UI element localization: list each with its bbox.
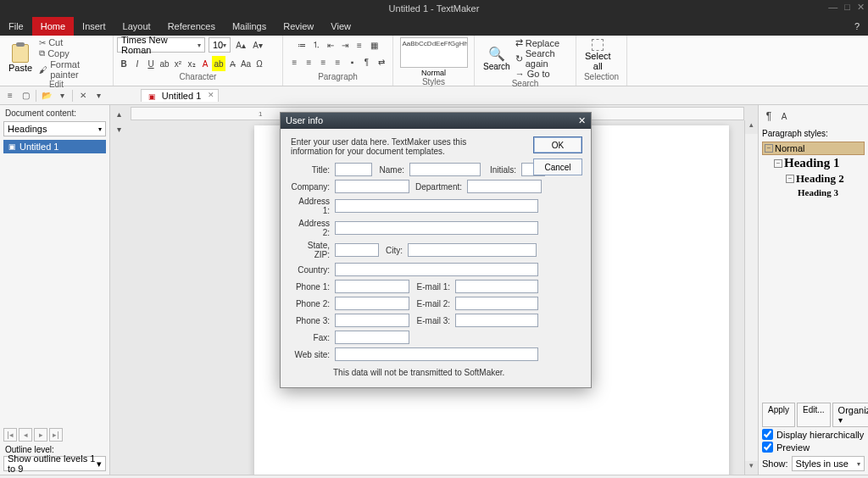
tab-insert[interactable]: Insert: [74, 17, 114, 36]
styles-label: Paragraph styles:: [762, 129, 865, 138]
chevron-down-icon[interactable]: ▾: [92, 89, 105, 103]
tab-home[interactable]: Home: [32, 17, 74, 36]
style-heading-3[interactable]: Heading 3: [762, 186, 865, 198]
goto-button[interactable]: →Go to: [515, 69, 572, 79]
close-tab-button[interactable]: ✕: [208, 91, 214, 99]
show-styles-select[interactable]: Styles in use▾: [792, 456, 865, 471]
vertical-scrollbar[interactable]: ▴▾: [744, 120, 758, 475]
align-right-button[interactable]: ≡: [317, 54, 331, 69]
cut-button[interactable]: ✂Cut: [39, 37, 109, 47]
maximize-icon[interactable]: □: [844, 2, 850, 13]
select-all-button[interactable]: Select all: [580, 39, 616, 71]
para-marks-button[interactable]: ¶: [360, 54, 374, 69]
justify-button[interactable]: ≡: [331, 54, 345, 69]
group-label-edit: Edit: [3, 80, 109, 89]
select-icon: [592, 39, 604, 51]
line-spacing-button[interactable]: ≡: [353, 37, 366, 53]
horizontal-ruler[interactable]: 1234567: [131, 107, 744, 120]
preview-check[interactable]: Preview: [762, 442, 865, 453]
group-label-character: Character: [117, 72, 279, 84]
new-doc-button[interactable]: ≡: [3, 89, 17, 103]
statusbar: Section 1 Chapter 1 Page 1 of 1 English …: [0, 475, 868, 478]
outline-level-select[interactable]: Show outline levels 1 to 9▾: [3, 456, 106, 471]
super-button[interactable]: x²: [171, 56, 185, 71]
page[interactable]: [254, 125, 729, 475]
chevron-down-icon: ▾: [857, 460, 860, 468]
open-button[interactable]: 📂: [40, 89, 53, 103]
tab-file[interactable]: File: [0, 17, 32, 36]
sub-button[interactable]: x₂: [185, 56, 198, 71]
dec-indent-button[interactable]: ⇤: [324, 37, 337, 53]
new-button[interactable]: ▢: [19, 89, 32, 103]
format-painter-button[interactable]: 🖌Format painter: [39, 59, 109, 80]
apply-button[interactable]: Apply: [762, 403, 795, 427]
underline-button[interactable]: U: [144, 56, 158, 71]
paste-button[interactable]: Paste: [3, 44, 37, 73]
style-heading-1[interactable]: −Heading 1: [762, 155, 865, 171]
tab-references[interactable]: References: [159, 17, 224, 36]
highlight-button[interactable]: ab: [212, 56, 225, 71]
display-hierarchically-check[interactable]: Display hierarchically: [762, 429, 865, 440]
font-size-combo[interactable]: 10▾: [209, 37, 231, 53]
nav-down-button[interactable]: ▾: [112, 122, 125, 136]
chevron-down-icon[interactable]: ▾: [55, 89, 69, 103]
nav-first-button[interactable]: |◂: [3, 428, 17, 442]
numbering-button[interactable]: ⒈: [309, 37, 323, 53]
minimize-icon[interactable]: —: [828, 2, 837, 13]
document-tab[interactable]: ▣ Untitled 1 ✕: [141, 89, 219, 102]
titlebar: Untitled 1 - TextMaker — □ ✕: [0, 0, 868, 17]
paintbrush-icon: 🖌: [39, 65, 47, 75]
document-content-label: Document content:: [0, 105, 109, 121]
clear-format-button[interactable]: A̶: [225, 56, 239, 71]
close-doc-button[interactable]: ✕: [76, 89, 90, 103]
clipboard-icon: [12, 44, 29, 63]
search-again-button[interactable]: ↻Search again: [515, 48, 572, 69]
replace-button[interactable]: ⇄Replace: [515, 37, 572, 48]
bullets-button[interactable]: ≔: [295, 37, 309, 53]
nav-last-button[interactable]: ▸|: [49, 428, 63, 442]
nav-prev-button[interactable]: ◂: [19, 428, 32, 442]
chevron-down-icon: ▾: [198, 42, 201, 49]
content-filter-select[interactable]: Headings▾: [3, 121, 106, 136]
align-left-button[interactable]: ≡: [288, 54, 302, 69]
align-center-button[interactable]: ≡: [303, 54, 316, 69]
repeat-icon: ↻: [515, 53, 523, 64]
symbol-button[interactable]: Ω: [253, 56, 266, 71]
style-heading-2[interactable]: −Heading 2: [762, 171, 865, 186]
font-color-button[interactable]: A: [198, 56, 212, 71]
char-style-icon[interactable]: A: [777, 108, 791, 124]
tab-mailings[interactable]: Mailings: [224, 17, 275, 36]
bold-button[interactable]: B: [117, 56, 131, 71]
change-case-button[interactable]: Aa: [239, 56, 253, 71]
shrink-font-button[interactable]: A▾: [251, 37, 264, 53]
tab-review[interactable]: Review: [275, 17, 322, 36]
search-icon: 🔍: [488, 46, 505, 62]
outline-item[interactable]: ▣Untitled 1: [3, 140, 106, 153]
collapse-icon[interactable]: −: [774, 159, 782, 168]
menubar: File Home Insert Layout References Maili…: [0, 17, 868, 36]
font-family-combo[interactable]: Times New Roman▾: [117, 37, 205, 53]
strike-button[interactable]: ab: [158, 56, 171, 71]
close-icon[interactable]: ✕: [857, 2, 865, 13]
copy-button[interactable]: ⧉Copy: [39, 48, 109, 58]
document-icon: ▣: [8, 142, 16, 151]
shading-button[interactable]: ▪: [346, 54, 359, 69]
organize-button[interactable]: Organize ▾: [832, 403, 868, 427]
inc-indent-button[interactable]: ⇥: [338, 37, 352, 53]
tab-button[interactable]: ⇄: [375, 54, 388, 69]
nav-next-button[interactable]: ▸: [34, 428, 47, 442]
grow-font-button[interactable]: A▴: [234, 37, 248, 53]
tab-layout[interactable]: Layout: [114, 17, 159, 36]
style-preview[interactable]: AaBbCcDdEeFfGgHhIiJj: [400, 37, 468, 68]
style-normal[interactable]: −Normal: [762, 142, 865, 155]
search-button[interactable]: 🔍 Search: [478, 46, 515, 71]
pilcrow-icon[interactable]: ¶: [762, 108, 776, 124]
border-button[interactable]: ▦: [367, 37, 381, 53]
italic-button[interactable]: I: [131, 56, 144, 71]
nav-up-button[interactable]: ▴: [112, 107, 125, 120]
edit-style-button[interactable]: Edit...: [797, 403, 831, 427]
tab-view[interactable]: View: [322, 17, 359, 36]
help-button[interactable]: ?: [846, 17, 868, 36]
collapse-icon[interactable]: −: [765, 144, 773, 153]
collapse-icon[interactable]: −: [786, 175, 794, 183]
